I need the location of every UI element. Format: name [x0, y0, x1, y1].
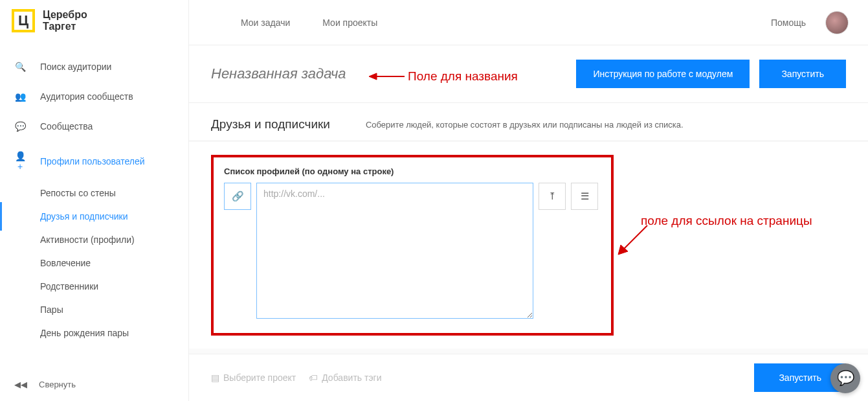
- nav-search-audience[interactable]: 🔍 Поиск аудитории: [0, 52, 188, 82]
- select-project[interactable]: ▤ Выберите проект: [211, 372, 296, 383]
- section-title: Друзья и подписчики: [211, 117, 330, 132]
- book-icon: ▤: [211, 372, 219, 383]
- collapse-icon: ◀◀: [14, 380, 27, 389]
- logo[interactable]: Ц Церебро Таргет: [0, 0, 188, 45]
- sub-engagement[interactable]: Вовлечение: [40, 251, 188, 275]
- sidebar: Ц Церебро Таргет 🔍 Поиск аудитории 👥 Ауд…: [0, 0, 189, 401]
- content: Инструкция по работе с модулем Запустить…: [189, 45, 868, 401]
- chat-bubble[interactable]: 💬: [830, 363, 860, 393]
- logo-mark: Ц: [12, 9, 35, 32]
- upload-button[interactable]: ⤒: [539, 183, 566, 210]
- nav-label: Аудитория сообществ: [40, 91, 133, 102]
- section-desc: Соберите людей, которые состоят в друзья…: [366, 120, 684, 130]
- topbar: Мои задачи Мои проекты Помощь: [189, 0, 868, 45]
- tab-my-projects[interactable]: Мои проекты: [322, 17, 377, 28]
- run-button-top[interactable]: Запустить: [759, 60, 846, 88]
- annotated-box: Список профилей (по одному на строке) 🔗 …: [211, 155, 614, 336]
- task-title-input[interactable]: [211, 65, 373, 82]
- chat-icon: 💬: [837, 370, 854, 387]
- nav-label: Сообщества: [40, 121, 93, 132]
- avatar[interactable]: [825, 11, 849, 34]
- sub-nav: Репосты со стены Друзья и подписчики Акт…: [0, 181, 188, 345]
- titlebar: Инструкция по работе с модулем Запустить: [189, 45, 868, 103]
- profile-list-textarea[interactable]: [256, 183, 533, 319]
- add-tags[interactable]: 🏷 Добавить тэги: [309, 372, 381, 383]
- sub-friends-followers[interactable]: Друзья и подписчики: [40, 205, 188, 228]
- list-icon: ☰: [581, 190, 589, 202]
- form-area: Список профилей (по одному на строке) 🔗 …: [189, 142, 868, 349]
- nav-user-profiles[interactable]: 👤+ Профили пользователей: [0, 141, 188, 181]
- user-plus-icon: 👤+: [14, 151, 26, 172]
- list-button[interactable]: ☰: [571, 183, 598, 210]
- nav-label: Профили пользователей: [40, 156, 145, 166]
- nav-communities[interactable]: 💬 Сообщества: [0, 111, 188, 141]
- search-icon: 🔍: [14, 62, 26, 72]
- collapse-label: Свернуть: [39, 380, 76, 389]
- main-nav: 🔍 Поиск аудитории 👥 Аудитория сообществ …: [0, 45, 188, 345]
- sub-couples[interactable]: Пары: [40, 298, 188, 321]
- nav-label: Поиск аудитории: [40, 62, 111, 72]
- link-icon: 🔗: [232, 190, 244, 202]
- instructions-button[interactable]: Инструкция по работе с модулем: [576, 60, 750, 88]
- collapse-sidebar[interactable]: ◀◀ Свернуть: [0, 374, 188, 395]
- nav-community-audience[interactable]: 👥 Аудитория сообществ: [0, 82, 188, 111]
- sub-reposts[interactable]: Репосты со стены: [40, 181, 188, 205]
- profile-list-label: Список профилей (по одному на строке): [224, 166, 598, 176]
- section-header: Друзья и подписчики Соберите людей, кото…: [189, 103, 868, 141]
- sub-activities[interactable]: Активности (профили): [40, 228, 188, 251]
- top-tabs: Мои задачи Мои проекты: [241, 17, 377, 28]
- upload-icon: ⤒: [548, 190, 557, 202]
- comment-icon: 💬: [14, 121, 26, 132]
- tag-icon: 🏷: [309, 372, 318, 383]
- sub-relatives[interactable]: Родственники: [40, 275, 188, 298]
- sub-couple-birthday[interactable]: День рождения пары: [40, 321, 188, 345]
- footer: ▤ Выберите проект 🏷 Добавить тэги Запуст…: [189, 354, 868, 401]
- users-icon: 👥: [14, 91, 26, 102]
- link-mode-button[interactable]: 🔗: [224, 183, 251, 210]
- help-link[interactable]: Помощь: [771, 17, 806, 28]
- logo-text: Церебро Таргет: [43, 9, 87, 32]
- tab-my-tasks[interactable]: Мои задачи: [241, 17, 290, 28]
